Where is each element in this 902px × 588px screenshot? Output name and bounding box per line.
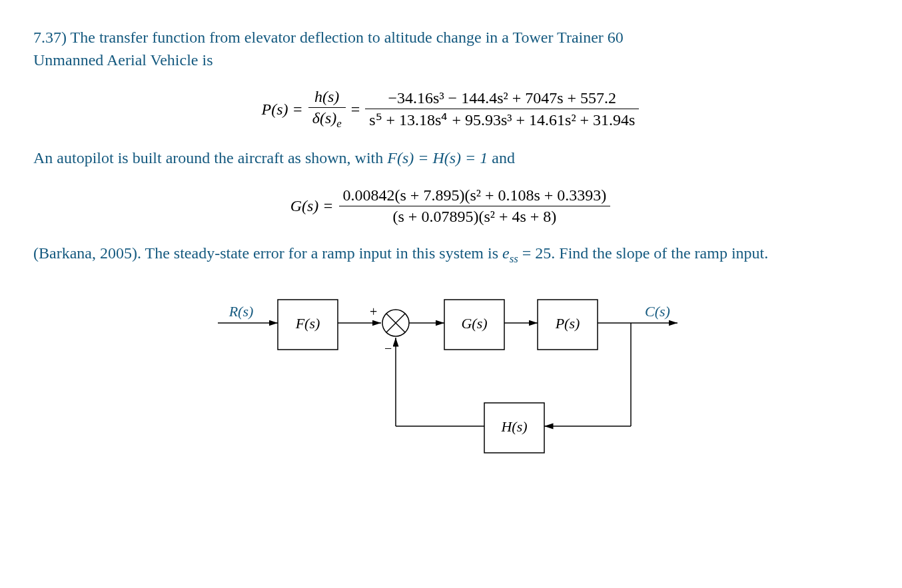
and-word: and: [488, 149, 515, 166]
intro-text-2: Unmanned Aerial Vehicle is: [33, 51, 213, 69]
plus-sign: +: [370, 304, 377, 319]
intro-text-1: The transfer function from elevator defl…: [71, 29, 624, 46]
controller-equation: G(s) = 0.00842(s + 7.895)(s² + 0.108s + …: [33, 186, 869, 226]
P-label: P(s) =: [262, 101, 303, 119]
P-text: P(s): [555, 315, 580, 332]
G-label: G(s) =: [290, 197, 334, 215]
hs-over-delta: h(s) δ(s)e: [308, 88, 346, 131]
ess-sub: ss: [510, 252, 518, 264]
FH-equation: F(s) = H(s) = 1: [387, 149, 488, 166]
C-label: C(s): [645, 303, 670, 320]
G-frac: 0.00842(s + 7.895)(s² + 0.108s + 0.3393)…: [339, 186, 611, 226]
hs-den: δ(s)e: [308, 108, 346, 131]
ess-value: = 25: [518, 244, 552, 262]
hs-num: h(s): [308, 88, 346, 108]
G-text: G(s): [461, 315, 487, 332]
P-denominator: s⁵ + 13.18s⁴ + 95.93s³ + 14.61s² + 31.94…: [365, 109, 639, 129]
F-text: F(s): [295, 315, 320, 332]
problem-intro: 7.37) The transfer function from elevato…: [33, 27, 869, 71]
G-numerator: 0.00842(s + 7.895)(s² + 0.108s + 0.3393): [339, 186, 611, 206]
R-label: R(s): [228, 303, 254, 320]
equals-1: =: [351, 101, 360, 119]
block-diagram: R(s) F(s) + G(s) P(s) C(s) H(s): [198, 286, 704, 473]
P-main-frac: −34.16s³ − 144.4s² + 7047s + 557.2 s⁵ + …: [365, 89, 639, 129]
plant-equation: P(s) = h(s) δ(s)e = −34.16s³ − 144.4s² +…: [33, 88, 869, 131]
G-denominator: (s + 0.07895)(s² + 4s + 8): [339, 206, 611, 226]
final-text: . Find the slope of the ramp input.: [551, 244, 768, 262]
block-diagram-container: R(s) F(s) + G(s) P(s) C(s) H(s): [33, 286, 869, 473]
mid-text: An autopilot is built around the aircraf…: [33, 149, 387, 166]
H-text: H(s): [500, 418, 527, 435]
P-numerator: −34.16s³ − 144.4s² + 7047s + 557.2: [365, 89, 639, 109]
ess-e: e: [502, 244, 510, 262]
final-paragraph: (Barkana, 2005). The steady-state error …: [33, 242, 869, 266]
minus-sign: −: [384, 341, 392, 356]
problem-number: 7.37): [33, 29, 67, 46]
reference-text: (Barkana, 2005). The steady-state error …: [33, 244, 502, 262]
mid-paragraph: An autopilot is built around the aircraf…: [33, 147, 869, 170]
